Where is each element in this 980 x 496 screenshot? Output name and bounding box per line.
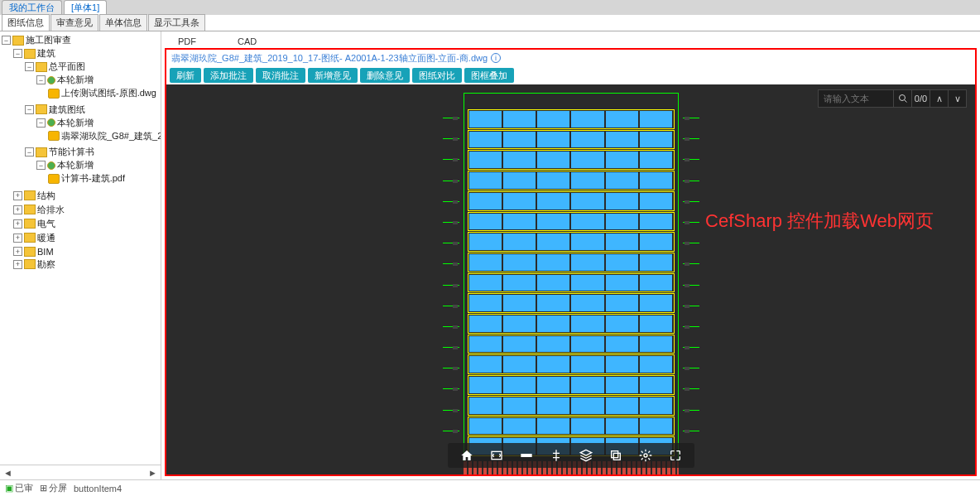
tree-node[interactable]: −总平面图	[25, 60, 85, 73]
fit-icon[interactable]	[489, 448, 504, 463]
svg-point-0	[899, 95, 905, 101]
tree-node[interactable]: +BIM	[13, 247, 54, 257]
annotation-text: CefSharp 控件加载Web网页	[705, 209, 934, 234]
top-tabs: 我的工作台 [单体1]	[0, 0, 980, 15]
sidebar: −施工图审查 −建筑 −总平面图 −本轮新增 上传测试图纸-原图.dwg −建筑…	[0, 31, 161, 479]
search-icon[interactable]	[893, 90, 911, 107]
search-panel: 0/0 ∧ ∨	[818, 89, 967, 108]
tree-root[interactable]: −施工图审查	[2, 34, 71, 46]
tab-cad[interactable]: CAD	[229, 35, 265, 48]
svg-rect-5	[611, 451, 617, 458]
sub-tabs: 图纸信息 审查意见 单体信息 显示工具条	[0, 15, 980, 31]
tree-leaf[interactable]: 翡翠湖玖院_G8#_建筑_2019_10_17	[48, 130, 161, 142]
tree-node[interactable]: +暖通	[13, 232, 55, 244]
building-elevation	[464, 93, 679, 474]
ruler-icon[interactable]	[519, 448, 534, 463]
tab-unit1[interactable]: [单体1]	[64, 0, 107, 15]
gear-icon[interactable]	[638, 448, 653, 463]
tab-pdf[interactable]: PDF	[170, 35, 204, 48]
tab-workbench[interactable]: 我的工作台	[2, 0, 62, 15]
svg-rect-4	[613, 453, 620, 460]
tree-node[interactable]: −节能计算书	[25, 146, 94, 158]
cad-viewer: 翡翠湖玖院_G8#_建筑_2019_10_17-图纸- A2001A-1-23轴…	[165, 48, 977, 476]
drawing-title: 翡翠湖玖院_G8#_建筑_2019_10_17-图纸- A2001A-1-23轴…	[171, 52, 488, 65]
tab-show-toolbar[interactable]: 显示工具条	[148, 14, 205, 31]
drawing-toolbar: 刷新 添加批注 取消批注 新增意见 删除意见 图纸对比 图框叠加	[166, 66, 975, 84]
status-bar: ▣已审 ⊞分屏 buttonItem4	[0, 479, 980, 496]
tab-review-comment[interactable]: 审查意见	[50, 14, 98, 31]
status-button-item[interactable]: buttonItem4	[74, 484, 122, 494]
tree-leaf[interactable]: 上传测试图纸-原图.dwg	[48, 87, 156, 99]
search-next-icon[interactable]: ∨	[948, 90, 966, 107]
tree-node[interactable]: +电气	[13, 218, 55, 230]
svg-rect-3	[521, 454, 531, 457]
refresh-button[interactable]: 刷新	[170, 68, 201, 83]
sidebar-scroll: ◄ ►	[0, 465, 161, 479]
compare-drawing-button[interactable]: 图纸对比	[412, 68, 462, 83]
cancel-annotation-button[interactable]: 取消批注	[256, 68, 305, 83]
new-comment-button[interactable]: 新增意见	[308, 68, 358, 83]
view-tabs: PDF CAD	[161, 31, 980, 48]
delete-comment-button[interactable]: 删除意见	[360, 68, 410, 83]
svg-line-1	[904, 100, 906, 103]
search-count: 0/0	[911, 90, 930, 107]
tree-node[interactable]: +给排水	[13, 204, 65, 216]
tab-unit-info[interactable]: 单体信息	[99, 14, 147, 31]
measure-icon[interactable]	[549, 448, 564, 463]
frame-overlay-button[interactable]: 图框叠加	[464, 68, 514, 83]
scroll-right-icon[interactable]: ►	[148, 468, 157, 478]
tree-node[interactable]: −本轮新增	[36, 159, 94, 171]
drawing-title-bar: 翡翠湖玖院_G8#_建筑_2019_10_17-图纸- A2001A-1-23轴…	[166, 50, 975, 66]
layers-icon[interactable]	[579, 448, 593, 463]
scroll-left-icon[interactable]: ◄	[3, 468, 12, 478]
search-prev-icon[interactable]: ∧	[930, 90, 948, 107]
tree-node[interactable]: −建筑	[13, 47, 55, 60]
copy-icon[interactable]	[608, 448, 623, 463]
fullscreen-icon[interactable]	[668, 448, 683, 463]
tree-node[interactable]: −建筑图纸	[25, 104, 85, 116]
main-area: PDF CAD 翡翠湖玖院_G8#_建筑_2019_10_17-图纸- A200…	[161, 31, 980, 479]
tree-leaf[interactable]: 计算书-建筑.pdf	[48, 172, 125, 185]
tree-node[interactable]: −本轮新增	[36, 74, 94, 86]
drawing-canvas[interactable]: CefSharp 控件加载Web网页 0/0 ∧ ∨	[166, 84, 975, 474]
home-icon[interactable]	[459, 448, 474, 463]
file-tree[interactable]: −施工图审查 −建筑 −总平面图 −本轮新增 上传测试图纸-原图.dwg −建筑…	[0, 31, 161, 465]
viewer-toolbar	[448, 443, 694, 468]
tree-node[interactable]: +勘察	[13, 258, 55, 271]
svg-point-6	[644, 454, 647, 457]
status-done[interactable]: ▣已审	[5, 482, 33, 494]
status-split[interactable]: ⊞分屏	[40, 482, 67, 494]
info-icon[interactable]: i	[491, 53, 501, 63]
tree-node[interactable]: −本轮新增	[36, 117, 94, 129]
tab-drawing-info[interactable]: 图纸信息	[2, 14, 50, 31]
add-annotation-button[interactable]: 添加批注	[204, 68, 253, 83]
tree-node[interactable]: +结构	[13, 190, 55, 202]
search-input[interactable]	[819, 94, 893, 104]
